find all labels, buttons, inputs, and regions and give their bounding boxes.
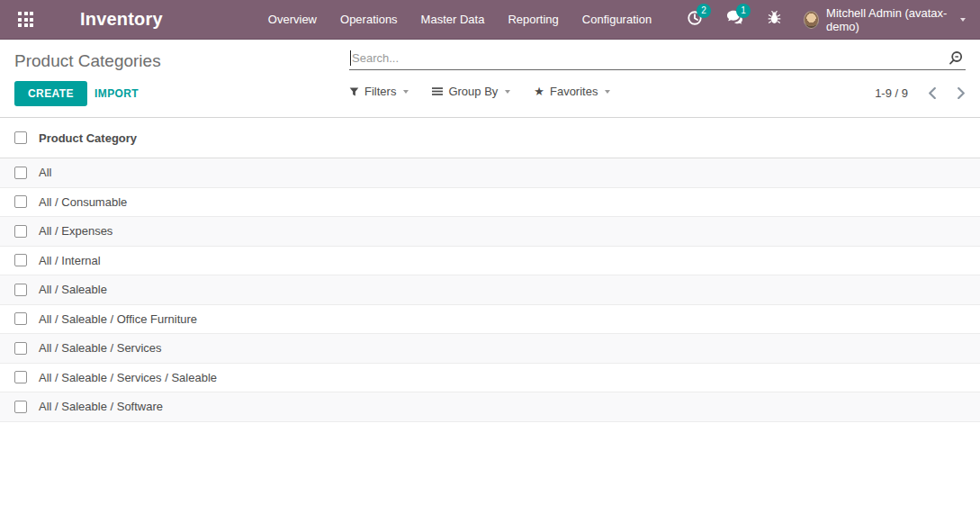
row-checkbox[interactable] bbox=[14, 401, 27, 413]
nav-menu-item[interactable]: Master Data bbox=[409, 7, 497, 32]
favorites-button[interactable]: ★ Favorites bbox=[534, 85, 610, 98]
row-category-name: All / Saleable / Office Furniture bbox=[39, 312, 197, 326]
search-input[interactable] bbox=[349, 47, 966, 69]
select-all-checkbox[interactable] bbox=[14, 131, 27, 144]
row-category-name: All / Saleable / Services / Saleable bbox=[39, 371, 217, 384]
row-category-name: All / Internal bbox=[39, 254, 101, 267]
list-row[interactable]: All / Consumable bbox=[0, 188, 980, 218]
list-row[interactable]: All / Expenses bbox=[0, 217, 980, 247]
column-header: Product Category bbox=[39, 131, 137, 145]
list-header-row: Product Category bbox=[0, 118, 980, 158]
top-navbar: Inventory Overview Operations Master Dat… bbox=[0, 0, 980, 40]
list-rows: All All / Consumable All / Expenses All … bbox=[0, 158, 980, 422]
app-name[interactable]: Inventory bbox=[80, 9, 163, 30]
row-category-name: All / Consumable bbox=[39, 195, 127, 209]
row-checkbox[interactable] bbox=[14, 371, 27, 383]
row-category-name: All / Expenses bbox=[39, 224, 112, 238]
row-category-name: All / Saleable / Software bbox=[39, 400, 163, 413]
debug-button[interactable] bbox=[767, 10, 782, 29]
nav-menu-item[interactable]: Overview bbox=[256, 7, 328, 32]
filter-funnel-icon bbox=[349, 86, 359, 97]
search-view bbox=[349, 47, 966, 70]
activities-button[interactable]: 2 bbox=[687, 10, 703, 30]
systray: 2 1 Mitchell Admin (avatax-demo) bbox=[663, 6, 966, 33]
list-row[interactable]: All bbox=[0, 158, 980, 188]
group-by-button[interactable]: Group By bbox=[432, 85, 510, 98]
star-icon: ★ bbox=[534, 86, 544, 97]
chevron-down-icon bbox=[960, 18, 966, 22]
row-checkbox[interactable] bbox=[14, 195, 27, 208]
row-checkbox[interactable] bbox=[14, 225, 27, 238]
chevron-right-icon[interactable] bbox=[957, 87, 966, 99]
avatar bbox=[804, 11, 819, 29]
control-panel: Product Categories CREATE IMPORT Filters… bbox=[0, 40, 980, 118]
pager-range[interactable]: 1-9 / 9 bbox=[875, 86, 908, 100]
chevron-left-icon[interactable] bbox=[928, 87, 937, 99]
product-categories-list: Product Category All All / Consumable Al… bbox=[0, 118, 980, 422]
list-row[interactable]: All / Saleable / Services / Saleable bbox=[0, 364, 980, 393]
row-category-name: All / Saleable bbox=[39, 283, 107, 296]
row-category-name: All / Saleable / Services bbox=[39, 341, 162, 355]
row-checkbox[interactable] bbox=[14, 312, 27, 325]
text-cursor bbox=[350, 50, 351, 66]
nav-menu-item[interactable]: Configuration bbox=[571, 7, 663, 32]
main-nav-menu: Overview Operations Master Data Reportin… bbox=[256, 7, 663, 32]
list-row[interactable]: All / Saleable / Office Furniture bbox=[0, 305, 980, 335]
user-menu-button[interactable]: Mitchell Admin (avatax-demo) bbox=[804, 6, 966, 33]
messages-button[interactable]: 1 bbox=[726, 10, 743, 29]
row-checkbox[interactable] bbox=[14, 254, 27, 266]
group-by-label: Group By bbox=[448, 85, 498, 98]
row-checkbox[interactable] bbox=[14, 342, 27, 355]
message-count-badge: 1 bbox=[736, 4, 751, 18]
filters-label: Filters bbox=[364, 85, 396, 98]
pager: 1-9 / 9 bbox=[875, 86, 966, 100]
search-icon[interactable] bbox=[948, 50, 964, 70]
list-row[interactable]: All / Saleable bbox=[0, 275, 980, 305]
chevron-down-icon bbox=[605, 90, 610, 94]
filters-button[interactable]: Filters bbox=[349, 85, 409, 98]
nav-menu-item[interactable]: Operations bbox=[328, 7, 409, 32]
import-button[interactable]: IMPORT bbox=[87, 81, 146, 106]
list-row[interactable]: All / Saleable / Software bbox=[0, 392, 980, 422]
bug-icon bbox=[767, 10, 782, 29]
row-checkbox[interactable] bbox=[14, 284, 27, 296]
list-row[interactable]: All / Saleable / Services bbox=[0, 334, 980, 364]
activity-count-badge: 2 bbox=[697, 4, 711, 18]
favorites-label: Favorites bbox=[550, 85, 598, 98]
list-row[interactable]: All / Internal bbox=[0, 247, 980, 276]
search-options: Filters Group By ★ Favorites bbox=[349, 85, 634, 98]
row-category-name: All bbox=[39, 166, 51, 179]
chevron-down-icon bbox=[403, 90, 409, 94]
row-checkbox[interactable] bbox=[14, 167, 27, 179]
chevron-down-icon bbox=[505, 90, 510, 94]
group-by-lines-icon bbox=[432, 86, 443, 96]
create-button[interactable]: CREATE bbox=[14, 81, 87, 106]
user-name: Mitchell Admin (avatax-demo) bbox=[826, 6, 954, 33]
page-title: Product Categories bbox=[14, 51, 161, 71]
apps-menu-icon[interactable] bbox=[18, 12, 33, 27]
nav-menu-item[interactable]: Reporting bbox=[496, 7, 570, 32]
